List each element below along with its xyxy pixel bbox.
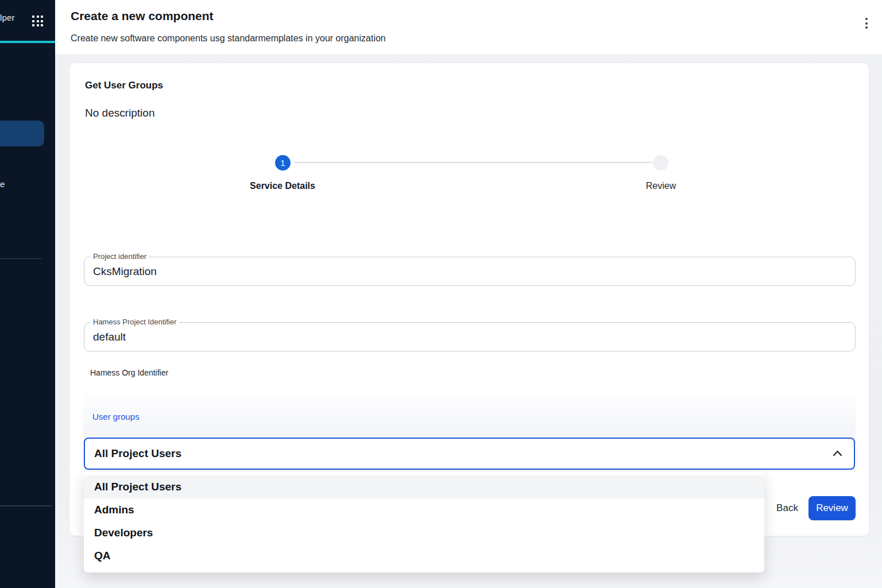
user-groups-dropdown-menu: All Project Users Admins Developers QA — [84, 472, 764, 572]
harness-project-identifier-input[interactable] — [93, 323, 840, 350]
sidebar-item-label: e — [0, 179, 5, 189]
page-subtitle: Create new software components usg stand… — [71, 33, 386, 44]
screen: lper e Create a new component Create new… — [0, 0, 882, 588]
chevron-up-icon — [833, 450, 842, 457]
project-identifier-field: Project identifier — [84, 257, 856, 286]
harness-project-identifier-field: Hamess Project Identifier — [84, 322, 856, 351]
page-title: Create a new component — [71, 9, 214, 23]
app-name-label: lper — [0, 13, 15, 22]
step-1-indicator: 1 — [275, 155, 291, 171]
dropdown-option[interactable]: All Project Users — [84, 475, 764, 498]
app-grid-icon[interactable] — [32, 16, 44, 28]
template-description: No description — [85, 107, 154, 119]
accent-divider — [0, 41, 55, 43]
sidebar-divider — [0, 505, 52, 506]
step-1-label: Service Details — [211, 181, 354, 191]
sidebar-item-selected[interactable] — [0, 121, 44, 146]
step-2-indicator — [653, 155, 668, 171]
template-form-card: Get User Groups No description 1 Service… — [69, 63, 869, 536]
dropdown-option[interactable]: QA — [84, 544, 764, 567]
page-header: Create a new component Create new softwa… — [55, 0, 882, 55]
project-identifier-input[interactable] — [93, 258, 840, 285]
step-1-number: 1 — [281, 158, 285, 168]
sidebar-divider — [0, 258, 42, 259]
template-title: Get User Groups — [85, 80, 163, 91]
dropdown-option[interactable]: Admins — [84, 498, 764, 521]
stepper-connector — [294, 162, 652, 163]
sidebar: lper e — [0, 0, 55, 588]
org-identifier-label: Hamess Org Identifier — [90, 368, 168, 377]
user-groups-select[interactable]: All Project Users — [84, 438, 855, 470]
kebab-menu-icon[interactable] — [863, 18, 870, 30]
user-groups-select-value: All Project Users — [94, 447, 181, 460]
user-groups-link[interactable]: User groups — [92, 412, 140, 421]
review-button[interactable]: Review — [808, 496, 856, 520]
dropdown-option[interactable]: Developers — [84, 521, 764, 544]
step-2-label: Review — [589, 181, 733, 191]
back-button[interactable]: Back — [764, 497, 810, 520]
